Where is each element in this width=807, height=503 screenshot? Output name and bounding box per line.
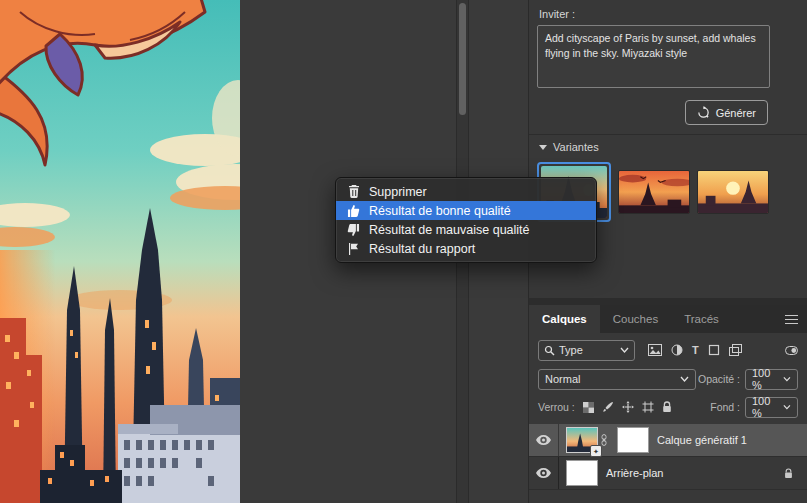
layer-name-background: Arrière-plan <box>606 467 663 479</box>
lock-position-move-icon[interactable] <box>622 401 634 413</box>
thumbs-up-icon <box>346 205 361 217</box>
fill-value: 100 % <box>752 395 779 419</box>
scrollbar-thumb[interactable] <box>459 3 466 115</box>
pixel-layer-filter-icon[interactable] <box>648 344 662 356</box>
layer-list: ✦ Calque génératif 1 <box>529 424 807 490</box>
lock-row: Verrou : <box>538 396 798 418</box>
menu-item-label: Supprimer <box>369 185 427 199</box>
tab-calques[interactable]: Calques <box>529 305 600 333</box>
generate-button[interactable]: Générer <box>685 100 768 125</box>
canvas-artwork <box>0 0 240 503</box>
variant-thumbnail-2[interactable] <box>618 170 690 214</box>
generative-badge-icon: ✦ <box>590 445 602 457</box>
opacity-value: 100 % <box>752 367 779 391</box>
thumbs-down-icon <box>346 224 361 236</box>
opacity-value-select[interactable]: 100 % <box>745 369 798 390</box>
type-layer-filter-icon[interactable]: T <box>692 345 699 356</box>
generative-layer-mask-thumbnail[interactable] <box>617 427 649 453</box>
tab-couches[interactable]: Couches <box>600 305 671 333</box>
lock-pixels-brush-icon[interactable] <box>602 401 614 413</box>
layers-panel: Calques Couches Tracés Type <box>529 305 807 503</box>
chevron-down-icon <box>539 145 547 150</box>
menu-item-label: Résultat de bonne qualité <box>369 204 511 218</box>
fill-value-select[interactable]: 100 % <box>745 397 798 418</box>
chevron-down-icon <box>783 404 791 410</box>
generative-layer-thumbnail[interactable]: ✦ <box>566 427 598 453</box>
blend-mode-value: Normal <box>545 373 580 385</box>
visibility-toggle-background[interactable] <box>529 457 559 489</box>
generate-button-label: Générer <box>716 107 756 119</box>
photoshop-window: Inviter : Add cityscape of Paris by suns… <box>0 0 807 503</box>
document-canvas[interactable] <box>0 0 240 503</box>
panel-divider <box>529 134 807 135</box>
layers-tab-bar: Calques Couches Tracés <box>529 305 807 333</box>
lock-label: Verrou : <box>538 401 575 413</box>
panel-gap <box>529 298 807 305</box>
variants-header[interactable]: Variantes <box>539 141 599 153</box>
filter-toggle-icon[interactable] <box>785 346 798 355</box>
search-icon <box>544 345 555 356</box>
layer-filter-type-select[interactable]: Type <box>538 340 635 361</box>
shape-layer-filter-icon[interactable] <box>708 344 720 356</box>
lock-transparency-icon[interactable] <box>583 402 594 413</box>
opacity-label: Opacité : <box>698 373 740 385</box>
blend-mode-row: Normal Opacité : 100 % <box>538 368 798 390</box>
menu-item-report-result[interactable]: Résultat du rapport <box>336 239 596 258</box>
filter-kind-icons: T <box>648 344 742 356</box>
lock-icons <box>583 401 672 413</box>
blend-mode-select[interactable]: Normal <box>538 369 696 390</box>
chevron-down-icon <box>680 376 689 382</box>
filter-type-label: Type <box>559 344 583 356</box>
regenerate-icon <box>697 106 710 119</box>
menu-item-bad-result[interactable]: Résultat de mauvaise qualité <box>336 220 596 239</box>
background-layer-thumbnail[interactable] <box>566 460 598 486</box>
layer-filter-row: Type T <box>538 339 798 361</box>
fill-label: Fond : <box>710 401 740 413</box>
menu-item-label: Résultat de mauvaise qualité <box>369 223 530 237</box>
variant-2-art <box>619 171 689 213</box>
visibility-toggle-generative[interactable] <box>529 424 559 456</box>
variant-thumbnail-3[interactable] <box>697 170 769 214</box>
prompt-input[interactable]: Add cityscape of Paris by sunset, add wh… <box>537 25 770 88</box>
panel-menu-icon[interactable] <box>775 305 807 333</box>
lock-artboard-icon[interactable] <box>642 401 654 413</box>
lock-icon <box>784 468 793 479</box>
lock-all-icon[interactable] <box>662 401 672 413</box>
adjustment-layer-filter-icon[interactable] <box>671 344 683 356</box>
trash-icon <box>346 185 361 198</box>
flag-icon <box>346 243 361 255</box>
menu-item-supprimer[interactable]: Supprimer <box>336 182 596 201</box>
layer-row-background[interactable]: Arrière-plan <box>529 457 807 490</box>
context-menu: Supprimer Résultat de bonne qualité Résu… <box>335 177 597 263</box>
eye-icon <box>536 468 551 478</box>
layer-row-generative[interactable]: ✦ Calque génératif 1 <box>529 424 807 457</box>
variant-3-art <box>698 171 768 213</box>
layer-name-generative: Calque génératif 1 <box>657 434 747 446</box>
chevron-down-icon <box>620 347 629 353</box>
smart-object-filter-icon[interactable] <box>729 344 742 356</box>
tab-traces[interactable]: Tracés <box>671 305 732 333</box>
prompt-label: Inviter : <box>539 8 575 20</box>
menu-item-label: Résultat du rapport <box>369 242 475 256</box>
eye-icon <box>536 435 551 445</box>
variants-label: Variantes <box>553 141 599 153</box>
chevron-down-icon <box>783 376 791 382</box>
mask-link-icon[interactable] <box>600 434 608 446</box>
menu-item-good-result[interactable]: Résultat de bonne qualité <box>336 201 596 220</box>
